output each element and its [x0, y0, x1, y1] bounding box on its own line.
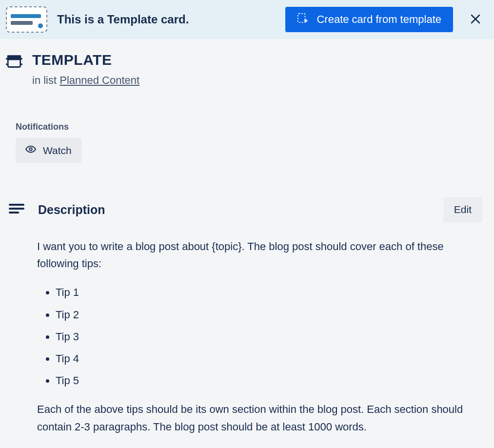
description-icon	[9, 204, 24, 215]
description-intro: I want you to write a blog post about {t…	[37, 238, 476, 272]
template-banner: This is a Template card. Create card fro…	[0, 0, 494, 39]
description-section: Description Edit I want you to write a b…	[6, 197, 488, 435]
svg-rect-12	[9, 204, 24, 206]
list-item: Tip 1	[56, 284, 476, 301]
card-title[interactable]: TEMPLATE	[32, 52, 112, 68]
list-item: Tip 4	[56, 350, 476, 367]
create-card-from-template-button[interactable]: Create card from template	[285, 7, 453, 32]
notifications-section: Notifications Watch	[16, 122, 488, 163]
template-banner-text: This is a Template card.	[57, 13, 285, 26]
list-item: Tip 2	[56, 306, 476, 323]
svg-point-11	[29, 148, 32, 151]
card-icon	[6, 55, 22, 69]
tips-list: Tip 1 Tip 2 Tip 3 Tip 4 Tip 5	[56, 284, 476, 389]
card-location: in list Planned Content	[32, 74, 488, 87]
list-link[interactable]: Planned Content	[59, 74, 139, 86]
card-header: TEMPLATE	[6, 52, 488, 69]
notifications-label: Notifications	[16, 122, 488, 132]
description-outro: Each of the above tips should be its own…	[37, 401, 476, 435]
svg-rect-13	[9, 208, 24, 210]
watch-button[interactable]: Watch	[16, 138, 81, 163]
close-button[interactable]	[467, 10, 484, 29]
in-list-prefix: in list	[32, 74, 59, 86]
svg-rect-6	[8, 56, 20, 59]
svg-rect-0	[298, 14, 305, 22]
list-item: Tip 5	[56, 372, 476, 389]
list-item: Tip 3	[56, 328, 476, 345]
template-card-icon	[6, 6, 47, 33]
svg-rect-14	[9, 212, 19, 214]
edit-description-button[interactable]: Edit	[443, 197, 482, 222]
description-body[interactable]: I want you to write a blog post about {t…	[37, 238, 476, 435]
watch-button-label: Watch	[43, 145, 72, 156]
description-heading: Description	[38, 203, 430, 217]
create-template-icon	[297, 13, 308, 26]
create-button-label: Create card from template	[316, 13, 441, 26]
eye-icon	[25, 144, 36, 157]
close-icon	[470, 13, 481, 26]
